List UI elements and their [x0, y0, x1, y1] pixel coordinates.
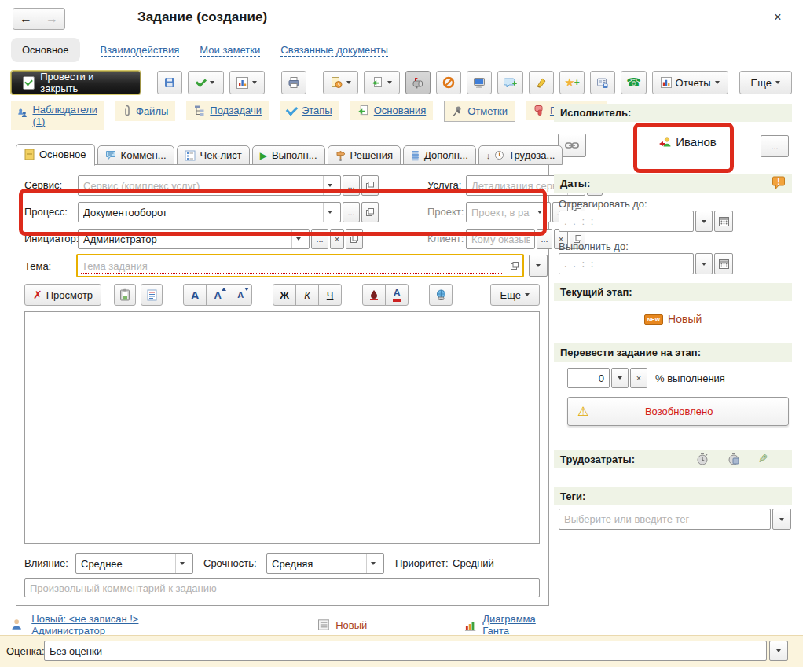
- font-decrease-button[interactable]: А: [229, 284, 252, 306]
- dropdown-arrow-icon[interactable]: [366, 554, 379, 573]
- initiator-choose-button[interactable]: ...: [311, 229, 328, 249]
- dates-comment-icon[interactable]: !: [772, 175, 786, 189]
- executor-value-box[interactable]: Иванов: [640, 135, 735, 149]
- dropdown-arrow-icon[interactable]: [323, 203, 336, 222]
- process-input[interactable]: Документооборот: [78, 202, 341, 222]
- print-button[interactable]: [281, 71, 306, 94]
- tab-execution[interactable]: ▶ Выполн...: [252, 145, 325, 165]
- percent-dropdown-button[interactable]: [611, 368, 629, 388]
- observers-link[interactable]: Наблюдатели(1): [11, 101, 104, 130]
- current-stage-value-row[interactable]: NEW Новый: [554, 313, 792, 325]
- more-button[interactable]: Еще: [739, 71, 792, 94]
- post-and-close-button[interactable]: Провести и закрыть: [11, 71, 141, 94]
- insert-link-button[interactable]: [429, 284, 453, 306]
- subject-input[interactable]: Тема задания: [76, 254, 524, 277]
- complete-button[interactable]: [188, 71, 223, 94]
- favorite-button[interactable]: ★+: [559, 71, 585, 94]
- open-form-icon[interactable]: [511, 262, 519, 270]
- initiator-input[interactable]: Администратор: [78, 229, 310, 249]
- react-until-dropdown-button[interactable]: [695, 211, 713, 232]
- project-input[interactable]: Проект, в рамках которого с...: [466, 202, 551, 222]
- marks-link[interactable]: Отметки: [444, 101, 515, 122]
- editor-more-button[interactable]: Еще: [490, 284, 540, 306]
- back-button[interactable]: ←: [13, 9, 39, 29]
- save-button[interactable]: [157, 71, 182, 94]
- service-open-button[interactable]: [361, 175, 379, 196]
- close-button[interactable]: ×: [768, 8, 787, 27]
- nav-tab-notes[interactable]: Мои заметки: [200, 44, 260, 57]
- font-color-button[interactable]: А: [385, 284, 409, 306]
- mailbox-button[interactable]: [405, 71, 431, 94]
- reports-button[interactable]: Отчеты: [652, 71, 728, 94]
- record-state-link[interactable]: Новый: <не записан !> Администратор: [31, 613, 206, 637]
- percent-input[interactable]: 0: [567, 368, 610, 388]
- font-increase-button[interactable]: А: [206, 284, 229, 306]
- dropdown-arrow-icon[interactable]: [175, 554, 188, 573]
- tab-main[interactable]: Основное: [16, 144, 95, 166]
- discussion-button[interactable]: [497, 71, 522, 94]
- resumed-button[interactable]: ⚠ Возобновлено: [567, 397, 789, 426]
- nav-tab-linked-docs[interactable]: Связанные документы: [280, 44, 388, 57]
- text-format-button[interactable]: [141, 284, 163, 306]
- create-based-on-button[interactable]: [364, 71, 399, 94]
- react-until-calendar-button[interactable]: [714, 211, 733, 232]
- tab-decisions[interactable]: Решения: [328, 145, 401, 165]
- complete-until-dropdown-button[interactable]: [695, 253, 713, 274]
- tags-dropdown-button[interactable]: [772, 509, 791, 530]
- contact-card-button[interactable]: [590, 71, 615, 94]
- dropdown-arrow-icon[interactable]: [292, 230, 304, 248]
- dropdown-arrow-icon[interactable]: [533, 203, 545, 222]
- rating-dropdown-button[interactable]: [769, 641, 788, 661]
- executor-choose-button[interactable]: ...: [761, 135, 789, 157]
- stop-button[interactable]: [436, 71, 461, 94]
- service-input[interactable]: Сервис (комплекс услуг): [78, 175, 341, 196]
- tab-comments[interactable]: Коммен...: [97, 145, 174, 165]
- percent-clear-button[interactable]: ×: [630, 368, 647, 388]
- highlight-button[interactable]: [529, 71, 554, 94]
- dropdown-arrow-icon[interactable]: [323, 176, 336, 195]
- stopwatch-save-icon[interactable]: [727, 452, 741, 466]
- client-choose-button[interactable]: ...: [537, 229, 552, 249]
- comment-input[interactable]: Произвольный комментарий к заданию: [24, 578, 540, 597]
- italic-button[interactable]: К: [295, 284, 319, 306]
- urgency-select[interactable]: Средняя: [266, 553, 384, 574]
- subject-history-button[interactable]: [529, 255, 548, 277]
- edit-pencil-icon[interactable]: ✎: [758, 452, 768, 466]
- impact-select[interactable]: Среднее: [75, 553, 193, 574]
- phone-button[interactable]: ☎: [621, 71, 646, 94]
- bold-button[interactable]: Ж: [273, 284, 296, 306]
- monitor-button[interactable]: [467, 71, 492, 94]
- forward-button[interactable]: →: [39, 9, 64, 29]
- rating-input[interactable]: Без оценки: [44, 641, 767, 661]
- tab-checklist[interactable]: Чек-лист: [177, 145, 250, 165]
- initiator-open-button[interactable]: [346, 229, 363, 249]
- schedule-button[interactable]: [323, 71, 358, 94]
- complete-until-group: . . : :: [559, 253, 733, 274]
- description-editor[interactable]: [24, 311, 540, 544]
- fill-color-button[interactable]: [362, 284, 386, 306]
- initiator-clear-button[interactable]: ×: [330, 229, 344, 249]
- files-link[interactable]: Файлы: [115, 101, 175, 121]
- process-open-button[interactable]: [361, 202, 379, 222]
- stages-link[interactable]: Этапы: [280, 101, 339, 120]
- process-choose-button[interactable]: ...: [343, 202, 360, 222]
- preview-button[interactable]: ✗ Просмотр: [24, 284, 101, 306]
- tags-input[interactable]: Выберите или введите тег: [559, 509, 771, 530]
- complete-until-calendar-button[interactable]: [714, 253, 733, 274]
- nav-tab-main[interactable]: Основное: [11, 38, 80, 62]
- complete-until-input[interactable]: . . : :: [559, 253, 694, 274]
- gantt-link[interactable]: Диаграмма Ганта: [482, 613, 561, 637]
- service-choose-button[interactable]: ...: [343, 175, 360, 196]
- nav-tab-interactions[interactable]: Взаимодействия: [101, 44, 180, 57]
- tab-additional[interactable]: Дополн...: [403, 145, 476, 165]
- font-button[interactable]: А: [183, 284, 207, 306]
- react-until-input[interactable]: . . : :: [559, 211, 694, 232]
- tab-labor[interactable]: ↓ Трудоза...: [478, 145, 563, 165]
- grounds-link[interactable]: Основания: [350, 101, 434, 120]
- stopwatch-start-icon[interactable]: [695, 452, 710, 466]
- subtasks-link[interactable]: Подзадачи: [186, 101, 269, 120]
- underline-button[interactable]: Ч: [318, 284, 342, 306]
- client-input[interactable]: Кому оказываем услугу по ...: [466, 229, 535, 249]
- paste-button[interactable]: [114, 284, 136, 306]
- report-card-button[interactable]: [229, 71, 265, 94]
